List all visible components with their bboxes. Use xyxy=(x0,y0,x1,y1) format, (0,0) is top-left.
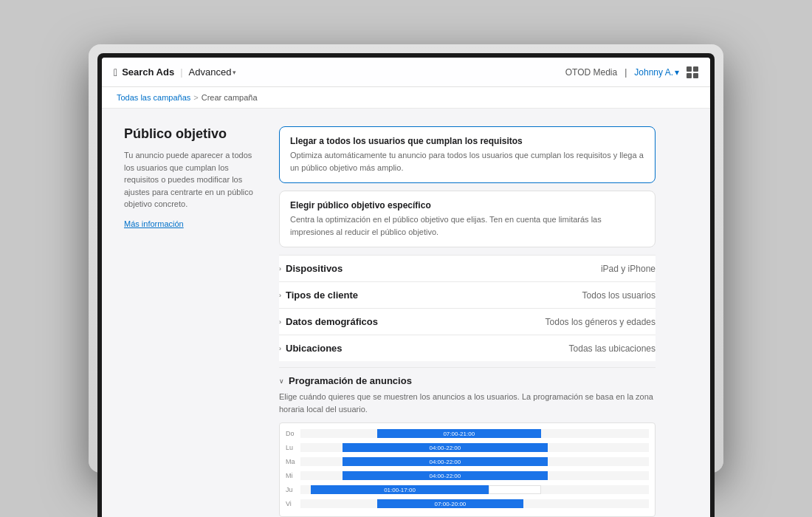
grid-icon[interactable] xyxy=(687,66,698,78)
expand-arrow-icon: › xyxy=(279,318,281,326)
expandable-row[interactable]: › Tipos de cliente Todos los usuarios xyxy=(279,281,656,308)
schedule-bar: 04:00-22:00 xyxy=(343,457,548,466)
chart-row: Ma04:00-22:00 xyxy=(286,456,649,468)
breadcrumb: Todas las campañas > Crear campaña xyxy=(102,87,710,109)
option1-desc: Optimiza automáticamente tu anuncio para… xyxy=(290,149,644,174)
topbar-right: OTOD Media | Johnny A. ▾ xyxy=(565,66,698,78)
topbar-left:  Search Ads | Advanced ▾ xyxy=(114,66,236,78)
advanced-menu[interactable]: Advanced ▾ xyxy=(189,66,237,78)
option2-desc: Centra la optimización en el público obj… xyxy=(290,213,644,238)
row-label: Dispositivos xyxy=(286,263,343,274)
row-left: › Dispositivos xyxy=(279,263,343,274)
chart-row: Do07:00-21:00 xyxy=(286,428,649,439)
breadcrumb-separator: > xyxy=(193,93,198,102)
laptop-shell:  Search Ads | Advanced ▾ OTOD Media | J… xyxy=(89,44,723,473)
schedule-bar: 07:00-21:00 xyxy=(377,429,541,438)
day-label: Lu xyxy=(286,444,300,451)
bar-container: 07:00-20:00 xyxy=(300,499,649,508)
section-title: Público objetivo xyxy=(124,126,257,142)
row-left: › Tipos de cliente xyxy=(279,290,358,301)
topbar:  Search Ads | Advanced ▾ OTOD Media | J… xyxy=(102,58,710,87)
row-value: iPad y iPhone xyxy=(601,264,656,274)
expand-arrow-icon: › xyxy=(279,345,281,352)
apple-logo-icon:  xyxy=(114,66,117,78)
schedule-section: ∨ Programación de anuncios Elige cuándo … xyxy=(279,367,656,517)
schedule-bar: 07:00-20:00 xyxy=(377,499,523,508)
brand-search-ads: Search Ads xyxy=(122,66,174,78)
schedule-header[interactable]: ∨ Programación de anuncios xyxy=(279,367,656,391)
expandable-rows: › Dispositivos iPad y iPhone › Tipos de … xyxy=(279,255,656,361)
expand-arrow-icon: › xyxy=(279,265,281,273)
option-specific-audience-card[interactable]: Elegir público objetivo específico Centr… xyxy=(279,191,656,247)
bar-container: 04:00-22:00 xyxy=(300,457,649,466)
row-left: › Datos demográficos xyxy=(279,316,378,327)
bar-container: 01:00-17:00 xyxy=(300,485,649,494)
chart-row: Vi07:00-20:00 xyxy=(286,498,649,510)
org-name: OTOD Media xyxy=(565,67,617,78)
row-value: Todos los usuarios xyxy=(582,290,656,301)
option2-title: Elegir público objetivo específico xyxy=(290,200,644,210)
breadcrumb-all-campaigns[interactable]: Todas las campañas xyxy=(117,93,190,102)
day-label: Vi xyxy=(286,500,300,507)
user-chevron-icon: ▾ xyxy=(675,67,679,78)
day-label: Ma xyxy=(286,458,300,465)
chart-row: Lu04:00-22:00 xyxy=(286,442,649,453)
left-panel: Público objetivo Tu anuncio puede aparec… xyxy=(124,126,257,517)
bar-container: 04:00-22:00 xyxy=(300,471,649,480)
schedule-chevron-icon: ∨ xyxy=(279,377,284,385)
day-label: Ju xyxy=(286,486,300,493)
bar-container: 04:00-22:00 xyxy=(300,443,649,452)
row-value: Todos los géneros y edades xyxy=(546,317,656,327)
chart-row: Ju01:00-17:00 xyxy=(286,484,649,496)
advanced-chevron-icon: ▾ xyxy=(233,69,236,76)
chart-row: Mi04:00-22:00 xyxy=(286,470,649,482)
expandable-row[interactable]: › Ubicaciones Todas las ubicaciones xyxy=(279,335,656,361)
expand-arrow-icon: › xyxy=(279,292,281,299)
user-menu[interactable]: Johnny A. ▾ xyxy=(634,67,679,78)
schedule-title: Programación de anuncios xyxy=(289,375,412,386)
day-label: Mi xyxy=(286,472,300,479)
more-info-link[interactable]: Más información xyxy=(124,219,184,228)
row-label: Ubicaciones xyxy=(286,343,343,354)
screen:  Search Ads | Advanced ▾ OTOD Media | J… xyxy=(102,58,710,517)
bar-container: 07:00-21:00 xyxy=(300,429,649,438)
breadcrumb-current: Crear campaña xyxy=(202,93,258,102)
row-left: › Ubicaciones xyxy=(279,343,343,354)
row-label: Datos demográficos xyxy=(286,316,378,327)
right-panel: Llegar a todos los usuarios que cumplan … xyxy=(279,126,656,517)
day-label: Do xyxy=(286,430,300,437)
expandable-row[interactable]: › Dispositivos iPad y iPhone xyxy=(279,255,656,281)
brand-divider: | xyxy=(180,66,182,78)
schedule-bar: 01:00-17:00 xyxy=(311,485,489,494)
option-all-users-card[interactable]: Llegar a todos los usuarios que cumplan … xyxy=(279,126,656,183)
row-value: Todas las ubicaciones xyxy=(569,343,656,354)
schedule-description: Elige cuándo quieres que se muestren los… xyxy=(279,391,656,415)
option1-title: Llegar a todos los usuarios que cumplan … xyxy=(290,136,644,146)
schedule-bar-gap xyxy=(489,485,541,494)
expandable-row[interactable]: › Datos demográficos Todos los géneros y… xyxy=(279,308,656,335)
schedule-bar: 04:00-22:00 xyxy=(343,443,548,452)
row-label: Tipos de cliente xyxy=(286,290,358,301)
schedule-chart: Do07:00-21:00Lu04:00-22:00Ma04:00-22:00M… xyxy=(279,422,656,517)
schedule-bar: 04:00-22:00 xyxy=(343,471,548,480)
topbar-separator: | xyxy=(625,67,627,78)
section-description: Tu anuncio puede aparecer a todos los us… xyxy=(124,149,257,210)
content-layout: Público objetivo Tu anuncio puede aparec… xyxy=(124,126,656,517)
main-content: Público objetivo Tu anuncio puede aparec… xyxy=(102,109,710,517)
screen-bezel:  Search Ads | Advanced ▾ OTOD Media | J… xyxy=(97,53,715,517)
